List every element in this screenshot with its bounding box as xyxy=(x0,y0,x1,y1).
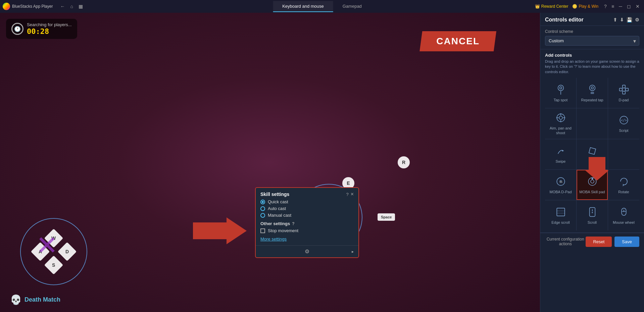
radio-label-manual-cast: Manual cast xyxy=(268,213,291,218)
title-tabs: Keyboard and mouse Gamepad xyxy=(273,1,371,12)
ctrl-moba-d-pad[interactable]: 🎮 MOBA D-Pad xyxy=(545,170,576,200)
moba-skill-pad-icon xyxy=(586,175,598,188)
play-win-label: Play & Win xyxy=(579,4,598,9)
stop-movement-label: Stop movement xyxy=(268,228,298,233)
ctrl-repeated-tap[interactable]: Repeated tap xyxy=(577,78,608,108)
svg-rect-10 xyxy=(622,85,625,88)
reward-icon: 👑 xyxy=(535,4,540,9)
other-settings-help[interactable]: ? xyxy=(292,221,294,226)
swipe-label: Swipe xyxy=(556,159,566,164)
skull-icon: 💀 xyxy=(10,294,22,305)
close-button[interactable]: ✕ xyxy=(634,3,641,10)
ctrl-mouse-wheel[interactable]: Mouse wheel xyxy=(608,200,639,230)
add-controls-title: Add controls xyxy=(545,53,639,58)
more-settings-text: More settings xyxy=(260,237,287,242)
maximize-button[interactable]: ◻ xyxy=(625,3,633,10)
cancel-button[interactable]: CANCEL xyxy=(419,31,496,51)
minimize-button[interactable]: ─ xyxy=(617,3,624,10)
svg-rect-31 xyxy=(557,208,564,216)
settings-icon[interactable]: ⚙ xyxy=(635,17,639,22)
control-scheme-label: Control scheme xyxy=(545,29,639,34)
edge-scroll-icon xyxy=(555,206,567,218)
d-pad-label: D-pad xyxy=(619,98,629,102)
ctrl-blank xyxy=(577,108,608,139)
ctrl-moba-skill-pad[interactable]: MOBA Skill pad xyxy=(577,170,608,200)
radio-manual-cast[interactable]: Manual cast xyxy=(260,213,354,218)
app-logo: BlueStacks App Player xyxy=(3,3,53,10)
add-controls-section: Add controls Drag and drop an action on … xyxy=(540,49,644,233)
app-name: BlueStacks App Player xyxy=(12,4,53,9)
skill-popup-help[interactable]: ? xyxy=(346,192,348,197)
skill-popup-close[interactable]: × xyxy=(351,191,354,197)
play-win[interactable]: 🪙 Play & Win xyxy=(572,4,598,9)
timer-digits: 00:28 xyxy=(27,27,72,36)
death-match-text: Death Match xyxy=(24,296,60,303)
current-config-label: Current configuration actions xyxy=(545,237,586,246)
back-button[interactable]: ← xyxy=(58,2,67,10)
nav-buttons: ← ⌂ ▦ xyxy=(58,2,85,10)
more-settings-link[interactable]: More settings xyxy=(260,236,354,242)
stop-movement-checkbox[interactable] xyxy=(260,228,265,233)
svg-point-7 xyxy=(591,87,593,89)
reward-center[interactable]: 👑 Reward Center xyxy=(535,4,568,9)
tilt-label: Tilt xyxy=(590,159,594,164)
svg-point-16 xyxy=(559,116,562,119)
bottom-actions: Current configuration actions Reset Save xyxy=(540,233,644,250)
control-scheme-wrapper: Custom xyxy=(545,36,639,46)
ctrl-tap-spot[interactable]: Tap spot xyxy=(545,78,576,108)
svg-point-6 xyxy=(589,85,595,91)
svg-point-30 xyxy=(591,178,593,179)
svg-point-3 xyxy=(558,85,563,91)
aim-pan-shoot-icon xyxy=(555,112,567,124)
control-scheme-select[interactable]: Custom xyxy=(545,36,639,46)
ctrl-tilt[interactable]: Tilt xyxy=(577,139,608,169)
radio-dot-manual-cast xyxy=(260,213,265,218)
add-controls-desc: Drag and drop an action on your game scr… xyxy=(545,59,639,74)
ctrl-rotate[interactable]: Rotate xyxy=(608,170,639,200)
space-button[interactable]: Space xyxy=(378,213,395,221)
tap-spot-icon xyxy=(555,84,567,96)
radio-quick-cast[interactable]: Quick cast xyxy=(260,199,354,204)
moba-skill-pad-label: MOBA Skill pad xyxy=(579,190,605,194)
popup-footer-arrow: ▸ xyxy=(352,249,354,254)
tab-keyboard-mouse[interactable]: Keyboard and mouse xyxy=(273,1,333,12)
ctrl-d-pad[interactable]: D-pad xyxy=(608,78,639,108)
mouse-wheel-label: Mouse wheel xyxy=(613,220,635,225)
save-icon[interactable]: 💾 xyxy=(627,17,632,22)
svg-rect-13 xyxy=(626,88,628,91)
reset-button[interactable]: Reset xyxy=(586,237,612,247)
tab-gamepad[interactable]: Gamepad xyxy=(333,1,371,12)
death-match: 💀 Death Match xyxy=(10,294,60,305)
skill-popup: Skill settings ? × Quick cast Auto cast xyxy=(255,187,359,258)
stop-movement-item[interactable]: Stop movement xyxy=(260,228,354,233)
svg-rect-14 xyxy=(622,88,625,91)
tabs-button[interactable]: ▦ xyxy=(77,2,85,10)
radio-auto-cast[interactable]: Auto cast xyxy=(260,206,354,211)
download-icon[interactable]: ⬇ xyxy=(620,17,624,22)
ctrl-aim-pan-shoot[interactable]: Aim, pan and shoot xyxy=(545,108,576,139)
help-button[interactable]: ? xyxy=(602,3,608,10)
ctrl-swipe[interactable]: Swipe xyxy=(545,139,576,169)
r-key[interactable]: R xyxy=(398,156,410,168)
gear-icon[interactable]: ⚙ xyxy=(305,248,309,255)
ctrl-edge-scroll[interactable]: Edge scroll xyxy=(545,200,576,230)
skill-popup-body: Quick cast Auto cast Manual cast Other s… xyxy=(256,199,358,245)
rotate-label: Rotate xyxy=(618,190,629,194)
ctrl-scroll[interactable]: Scroll xyxy=(577,200,608,230)
menu-button[interactable]: ≡ xyxy=(610,3,616,10)
ctrl-script[interactable]: </> Script xyxy=(608,108,639,139)
other-settings-header: Other settings ? xyxy=(260,221,354,226)
upload-icon[interactable]: ⬆ xyxy=(613,17,617,22)
svg-point-29 xyxy=(591,180,594,183)
game-area: 🕐 Searching for players... 00:28 CANCEL … xyxy=(0,13,540,312)
script-label: Script xyxy=(619,128,628,133)
save-button[interactable]: Save xyxy=(614,237,639,247)
edge-scroll-label: Edge scroll xyxy=(551,220,569,225)
play-win-icon: 🪙 xyxy=(572,4,577,9)
header-icons: ⬆ ⬇ 💾 ⚙ xyxy=(613,17,639,22)
svg-point-4 xyxy=(559,87,562,89)
radio-label-quick-cast: Quick cast xyxy=(268,199,288,204)
swipe-icon xyxy=(555,145,567,157)
home-button[interactable]: ⌂ xyxy=(68,2,75,10)
mouse-wheel-icon xyxy=(618,206,630,218)
